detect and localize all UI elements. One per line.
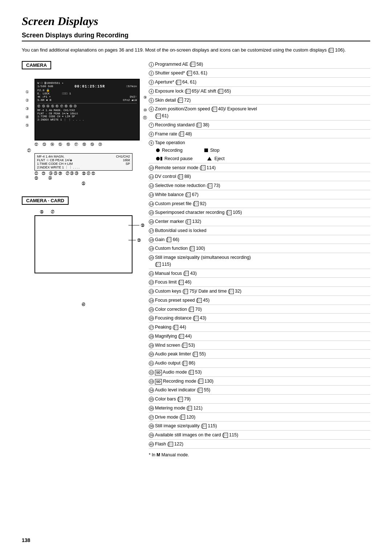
record-pause-icon [156, 157, 162, 160]
callout-1: ① [25, 90, 29, 94]
bottom-callout-row1: ⑫ ⑬ ⑭ ⑮ ⑯ ⑰ ⑱ ⑲ ⑳ [34, 142, 138, 147]
screen-row-4: E. LOCK □□□ 1 [37, 92, 137, 95]
list-item-15: 15 Superimposed character recording (□ 1… [149, 209, 370, 217]
callout-21: ㉑ [27, 148, 138, 152]
num-23: 23 [149, 289, 154, 294]
list-item-21: 21 Manual focus (□ 43) [149, 270, 370, 278]
num-12: 12 [149, 183, 154, 188]
camera-card-section: CAMERA · CARD ㊱ ㊲ ㊳ [22, 196, 138, 306]
num-28: 28 [149, 334, 154, 339]
callout-2: ② [25, 98, 29, 103]
selective-noise-text: Selective noise reduction (□ 73) [155, 182, 370, 189]
list-item-23: 23 Custom keys (□ 75)/ Date and time (□ … [149, 288, 370, 296]
eject-icon-item: Eject [207, 155, 225, 162]
callout-40: ㊵ [34, 302, 132, 306]
list-item-29: 29 Wind screen (□ 53) [149, 342, 370, 350]
num-31: 31 [149, 361, 154, 366]
num-18: 18 [149, 237, 154, 243]
num-8: 8 [149, 132, 154, 137]
indicator-line-38 [128, 225, 139, 225]
num-14: 14 [149, 201, 154, 207]
list-item-20: 20 Still image size/quality (simultaneou… [149, 254, 370, 269]
left-callout-numbers: ① ② ③ ④ ⑤ [25, 90, 29, 128]
list-item-10: 10 Remote sensor mode (□ 114) [149, 164, 370, 172]
tape-icons-row2: Record pause Eject [156, 155, 225, 162]
list-item-28: 28 Magnifying (□ 44) [149, 333, 370, 341]
eject-label: Eject [215, 155, 225, 162]
num-40: 40 [149, 442, 154, 447]
screen-row-3: F2.8 🔒 [37, 89, 137, 92]
list-item-12: 12 Selective noise reduction (□ 73) [149, 182, 370, 190]
right-indicators: ㊳ ㊴ [128, 223, 144, 242]
camera-screen-display: W □ ❚10HDV50i • 1/500 6dB 00:01:25:15R □… [34, 79, 140, 140]
num-9: 9 [149, 140, 154, 146]
list-item-40: 40 Flash (□ 122) [149, 441, 370, 449]
num-2: 2 [149, 71, 154, 76]
list-item-36: 36 Metering mode (□ 121) [149, 405, 370, 413]
callout-row-detail: ㉒ ㉓ ㉔ ㉕ ㉖ ㉗ ㉘ ㉙ ㉚ ㉛ ㉜ [34, 171, 138, 175]
num-34: 34 [149, 388, 154, 393]
list-item-34: 34 Audio level indicator (□ 55) [149, 387, 370, 395]
list-item-5: 5 Skin detail (□ 72) [149, 97, 370, 105]
list-item-19: 19 Custom function (□ 100) [149, 245, 370, 253]
eject-icon [207, 157, 212, 160]
num-13: 13 [149, 192, 154, 197]
num-39: 39 [149, 433, 154, 438]
left-panel: CAMERA ① ② ③ ④ ⑤ ⑥ ⑦ ⑧ W □ ❚10HDV50i [22, 61, 138, 457]
screen-row-numbers: ⑫ ⑬ ⑭ ⑮ ⑯ ⑰ ⑱ ⑲ ⑳ [37, 103, 137, 108]
screen-row-5: ≪ ☆P1 + DVZ↑ [37, 95, 137, 98]
record-pause-icon-item: Record pause [156, 155, 193, 162]
section-title: Screen Displays during Recording [22, 32, 370, 41]
main-content: CAMERA ① ② ③ ④ ⑤ ⑥ ⑦ ⑧ W □ ❚10HDV50i [22, 61, 370, 457]
num-1: 1 [149, 62, 154, 67]
callout-36-37: ㊱ ㊲ [40, 210, 138, 214]
callout-9: ⑨ [143, 95, 147, 100]
num-32: 32 [149, 370, 154, 375]
screen-detail-row: MF-4 1.4m MAGN. CH1/CH2 FLNT ☆ CB PEAK 1… [34, 153, 132, 171]
list-item-24: 24 Focus preset speed (□ 45) [149, 297, 370, 305]
list-item-1: 1 Programmed AE (□ 58) [149, 61, 370, 69]
right-panel: 1 Programmed AE (□ 58) 2 Shutter speed* … [149, 61, 370, 457]
stop-icon [204, 148, 208, 152]
list-item-17: 17 Button/dial used is locked [149, 227, 370, 235]
list-item-25: 25 Color correction (□ 70) [149, 306, 370, 314]
tape-icons-row1: Recording Stop [156, 147, 220, 154]
list-item-33: 33 SD Recording mode (□ 130) [149, 378, 370, 386]
callout-35: ㉟ [34, 182, 132, 186]
list-item-11: 11 DV control (□ 88) [149, 173, 370, 181]
num-29: 29 [149, 343, 154, 348]
list-item-3: 3 Aperture* (□ 64, 61) [149, 79, 370, 87]
list-item-22: 22 Focus limit (□ 46) [149, 279, 370, 287]
screen-row-2: 1/500 6dB 00:01:25:15R □57min [37, 85, 137, 89]
list-item-31: 31 Audio output (□ 86) [149, 360, 370, 368]
list-item-14: 14 Custom preset file (□ 92) [149, 200, 370, 208]
list-item-18: 18 Gain (□ 66) [149, 236, 370, 244]
stop-icon-item: Stop [204, 147, 220, 154]
recording-icon-item: Recording [156, 147, 183, 154]
list-item-27: 27 Peaking (□ 44) [149, 324, 370, 332]
callout-10: ⑩ [143, 108, 147, 113]
recording-icon [156, 148, 160, 152]
callout-4: ④ [25, 115, 29, 119]
num-16: 16 [149, 219, 154, 224]
num-6: 6 [149, 107, 154, 112]
list-item-9: 9 Tape operation Recording Stop [149, 139, 370, 163]
page-title: Screen Displays [22, 15, 370, 28]
stop-label: Stop [210, 147, 220, 154]
list-item-8: 8 Frame rate (□ 48) [149, 131, 370, 139]
num-15: 15 [149, 210, 154, 215]
indicator-line-39 [128, 240, 136, 240]
list-item-32: 32 SD Audio mode (□ 53) [149, 369, 370, 377]
num-27: 27 [149, 325, 154, 330]
screen-row-6: S-NR ✱ ⊞ CFn2 ▲LW [37, 98, 137, 102]
recording-label: Recording [162, 147, 183, 154]
num-7: 7 [149, 123, 154, 128]
num-38: 38 [149, 424, 154, 429]
camera-card-wrapper: ㊱ ㊲ ㊳ ㊴ [25, 210, 138, 306]
list-item-30: 30 Audio peak limiter (□ 55) [149, 351, 370, 359]
screen-row-index: 2:INDEX WRITE 1 ⋮ ⋮ . . . . [37, 118, 137, 121]
camera-card-label: CAMERA · CARD [22, 196, 69, 205]
num-17: 17 [149, 228, 154, 233]
num-21: 21 [149, 271, 154, 276]
num-19: 19 [149, 246, 154, 251]
